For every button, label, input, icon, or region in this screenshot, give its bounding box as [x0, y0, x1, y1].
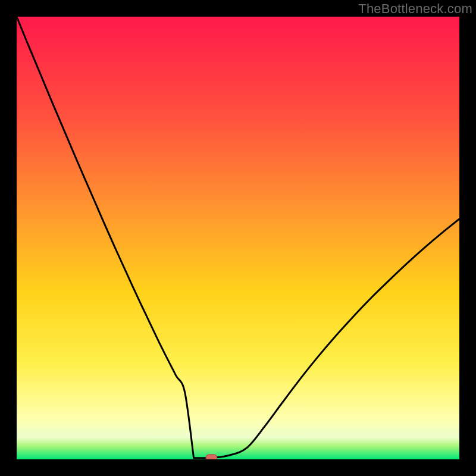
watermark-text: TheBottleneck.com: [358, 1, 472, 17]
gradient-background: [17, 17, 459, 459]
optimal-marker: [206, 455, 217, 459]
chart-frame: [17, 17, 459, 459]
chart-svg: [17, 17, 459, 459]
